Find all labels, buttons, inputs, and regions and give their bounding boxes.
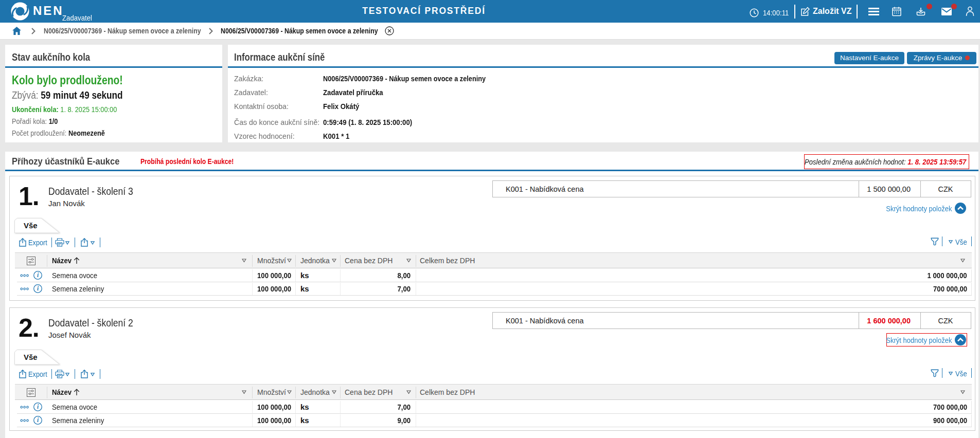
svg-text:i: i — [37, 272, 39, 278]
svg-text:i: i — [37, 404, 39, 410]
svg-text:i: i — [37, 417, 39, 423]
svg-text:i: i — [37, 285, 39, 291]
